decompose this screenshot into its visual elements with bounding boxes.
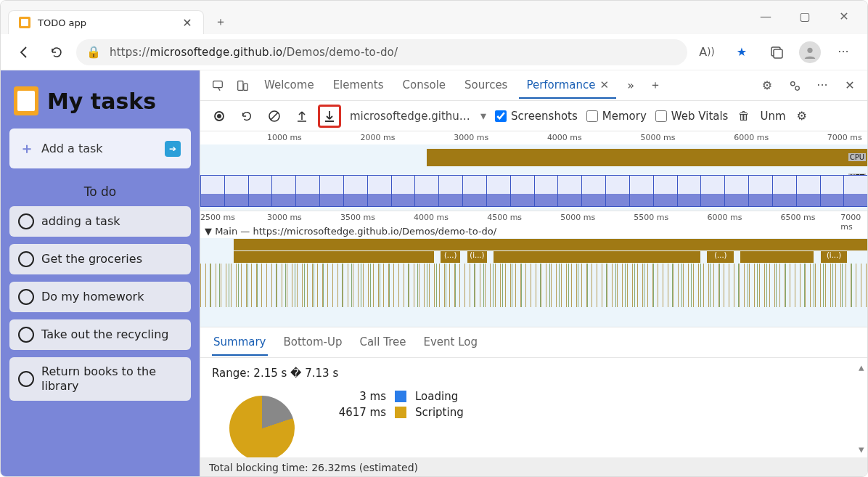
profile-name[interactable]: microsoftedge.github.i… — [345, 110, 476, 123]
favicon-icon — [19, 17, 30, 28]
svg-rect-1 — [774, 49, 782, 58]
svg-rect-3 — [213, 81, 223, 87]
app-sidebar: My tasks ＋ Add a task ➔ To do adding a t… — [1, 70, 200, 477]
collections-icon[interactable] — [764, 40, 789, 65]
add-task-label: Add a task — [41, 142, 103, 155]
delete-icon[interactable]: 🗑 — [732, 105, 756, 128]
checkbox-icon[interactable] — [18, 289, 34, 305]
legend-row: 3 ms Loading — [212, 390, 856, 403]
browser-tab[interactable]: TODO app ✕ — [8, 10, 204, 34]
summary-panel: Range: 2.15 s � 7.13 s 3 ms Loading 4617… — [200, 358, 867, 477]
main-thread-label[interactable]: ▼ Main — https://microsoftedge.github.io… — [200, 224, 867, 238]
tab-summary[interactable]: Summary — [212, 330, 268, 356]
favorite-icon[interactable]: ★ — [729, 40, 754, 65]
url-text: https://microsoftedge.github.io/Demos/de… — [110, 46, 398, 59]
truncated-option[interactable]: Unm — [760, 110, 785, 123]
back-button[interactable] — [12, 40, 37, 65]
detail-tabs: Summary Bottom-Up Call Tree Event Log — [200, 327, 867, 358]
address-bar: 🔒 https://microsoftedge.github.io/Demos/… — [1, 34, 867, 70]
reload-record-button[interactable] — [235, 105, 258, 128]
scroll-down-icon[interactable]: ▾ — [859, 443, 866, 456]
url-field[interactable]: 🔒 https://microsoftedge.github.io/Demos/… — [76, 39, 687, 65]
task-item[interactable]: Take out the recycling — [9, 319, 191, 350]
browser-titlebar: TODO app ✕ ＋ — ▢ ✕ — [1, 1, 867, 34]
checkbox-icon[interactable] — [18, 251, 34, 267]
close-window-icon[interactable]: ✕ — [830, 5, 859, 27]
close-devtools-icon[interactable]: ✕ — [840, 76, 860, 96]
save-profile-button[interactable] — [318, 105, 341, 128]
close-icon[interactable]: ✕ — [600, 78, 610, 91]
screenshots-checkbox[interactable]: Screenshots — [495, 110, 578, 123]
tab-elements[interactable]: Elements — [326, 73, 391, 99]
window-controls: — ▢ ✕ — [751, 2, 867, 34]
svg-point-2 — [807, 47, 812, 52]
cpu-activity — [427, 149, 867, 166]
checkbox-icon[interactable] — [18, 213, 34, 229]
profile-avatar[interactable] — [799, 41, 821, 63]
capture-settings-icon[interactable]: ⚙ — [790, 105, 814, 128]
device-toggle-icon[interactable] — [232, 76, 253, 96]
swatch-icon — [395, 407, 406, 418]
legend-row: 4617 ms Scripting — [212, 406, 856, 419]
close-tab-icon[interactable]: ✕ — [181, 17, 193, 28]
task-item[interactable]: adding a task — [9, 206, 191, 237]
task-item[interactable]: Do my homework — [9, 282, 191, 312]
tab-call-tree[interactable]: Call Tree — [358, 330, 407, 356]
minimize-icon[interactable]: — — [751, 5, 780, 27]
range-text: Range: 2.15 s � 7.13 s — [212, 367, 856, 380]
settings-icon[interactable]: ⚙ — [757, 76, 777, 96]
feedback-icon[interactable] — [785, 76, 805, 96]
tab-performance[interactable]: Performance✕ — [519, 73, 616, 99]
lock-icon: 🔒 — [86, 45, 101, 59]
add-tab-icon[interactable]: ＋ — [645, 76, 666, 96]
webvitals-checkbox[interactable]: Web Vitals — [655, 110, 729, 123]
overview-panel[interactable]: 1000 ms 2000 ms 3000 ms 4000 ms 5000 ms … — [200, 131, 867, 211]
load-profile-button[interactable] — [290, 105, 314, 128]
cpu-lane-label: CPU — [848, 153, 866, 161]
new-tab-button[interactable]: ＋ — [208, 9, 233, 34]
devtools-tabs: Welcome Elements Console Sources Perform… — [200, 70, 867, 101]
svg-line-11 — [271, 113, 278, 120]
plus-icon: ＋ — [20, 139, 34, 158]
more-icon[interactable]: ··· — [831, 40, 856, 65]
svg-rect-5 — [244, 83, 247, 90]
dropdown-icon[interactable]: ▾ — [480, 109, 486, 123]
section-title: To do — [9, 184, 191, 199]
maximize-icon[interactable]: ▢ — [790, 5, 819, 27]
app-title-text: My tasks — [47, 89, 156, 114]
flame-chart[interactable]: 2500 ms 3000 ms 3500 ms 4000 ms 4500 ms … — [200, 211, 867, 327]
checkbox-icon[interactable] — [18, 327, 34, 343]
tab-title: TODO app — [38, 17, 174, 28]
tab-bottom-up[interactable]: Bottom-Up — [282, 330, 344, 356]
record-button[interactable] — [208, 105, 231, 128]
more-icon[interactable]: ··· — [812, 76, 832, 96]
performance-toolbar: microsoftedge.github.i… ▾ Screenshots Me… — [200, 101, 867, 131]
tab-console[interactable]: Console — [396, 73, 454, 99]
scroll-up-icon[interactable]: ▴ — [859, 361, 866, 374]
devtools-panel: Welcome Elements Console Sources Perform… — [200, 70, 867, 477]
read-aloud-icon[interactable]: A)) — [695, 40, 719, 65]
tab-event-log[interactable]: Event Log — [422, 330, 479, 356]
memory-checkbox[interactable]: Memory — [586, 110, 647, 123]
inspect-icon[interactable] — [208, 76, 228, 96]
svg-point-6 — [791, 81, 795, 85]
add-task-button[interactable]: ＋ Add a task ➔ — [9, 129, 191, 168]
tab-sources[interactable]: Sources — [457, 73, 515, 99]
swatch-icon — [395, 391, 406, 402]
svg-point-7 — [795, 86, 799, 89]
overview-ruler: 1000 ms 2000 ms 3000 ms 4000 ms 5000 ms … — [200, 131, 867, 144]
flame-ruler: 2500 ms 3000 ms 3500 ms 4000 ms 4500 ms … — [200, 211, 867, 224]
refresh-button[interactable] — [44, 40, 69, 65]
task-item[interactable]: Return books to the library — [9, 357, 191, 401]
screenshot-strip — [200, 175, 867, 207]
svg-rect-4 — [238, 81, 243, 90]
svg-point-9 — [217, 114, 221, 118]
summary-pie — [229, 396, 295, 461]
task-item[interactable]: Get the groceries — [9, 244, 191, 274]
checkbox-icon[interactable] — [18, 371, 34, 387]
submit-icon[interactable]: ➔ — [165, 141, 181, 157]
more-tabs-icon[interactable]: » — [621, 76, 641, 96]
tab-welcome[interactable]: Welcome — [257, 73, 322, 99]
app-title: My tasks — [14, 86, 187, 115]
clear-button[interactable] — [263, 105, 286, 128]
